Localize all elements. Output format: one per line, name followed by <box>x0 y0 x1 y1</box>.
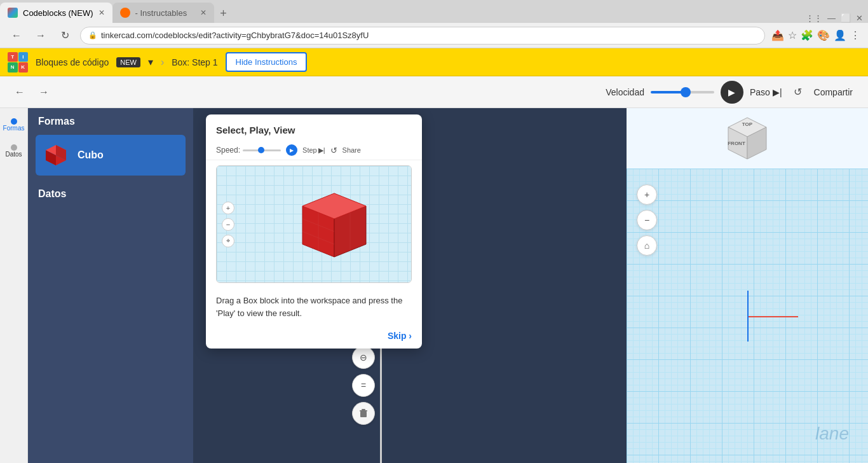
right-panel: TOP FRONT lane + − ⌂ <box>627 108 868 463</box>
mini-slider[interactable] <box>243 149 281 151</box>
extension-icon1[interactable]: 🧩 <box>801 29 813 41</box>
cube-block-icon <box>41 140 71 170</box>
speed-slider[interactable] <box>651 91 714 93</box>
cube-nav-widget: TOP FRONT <box>719 114 776 172</box>
tab-icon-instructables <box>120 8 130 18</box>
zoom-out-button[interactable]: ⊖ <box>352 346 375 369</box>
cast-icon[interactable]: 📤 <box>771 29 784 41</box>
workspace: Select, Play, View Speed: ▶ Step ▶| ↺ Sh… <box>193 108 627 463</box>
datos-dot <box>11 144 17 151</box>
preview-cube-3d <box>283 174 385 276</box>
speed-thumb <box>681 87 691 97</box>
extension-icon2[interactable]: 🎨 <box>817 29 830 41</box>
undo-button[interactable]: ← <box>10 83 29 102</box>
paso-button[interactable]: Paso ▶| <box>750 87 782 97</box>
logo-t: T <box>8 52 18 62</box>
viewport-zoom-in[interactable]: + <box>637 184 657 205</box>
app-header: T I N K Bloques de código NEW ▾ › Box: S… <box>0 48 868 76</box>
close-icon[interactable]: ✕ <box>856 13 863 23</box>
mini-share-button[interactable]: Share <box>342 146 361 154</box>
mini-reset-button[interactable]: ↺ <box>330 146 337 155</box>
address-input[interactable]: 🔒 tinkercad.com/codeblocks/edit?activity… <box>80 27 765 45</box>
paso-label: Paso <box>750 87 770 97</box>
refresh-button[interactable]: ↻ <box>56 27 74 45</box>
svg-text:TOP: TOP <box>742 121 753 127</box>
tooltip-preview: + − ⌖ <box>216 165 412 283</box>
maximize-icon[interactable]: ⬜ <box>841 13 851 23</box>
reset-button[interactable]: ↺ <box>789 83 808 102</box>
mini-play-button[interactable]: ▶ <box>286 144 297 156</box>
tooltip-speed-label: Speed: <box>216 146 240 155</box>
y-axis <box>747 291 749 342</box>
tinkercad-logo[interactable]: T I N K <box>8 52 28 73</box>
preview-controls: + − ⌖ <box>222 202 234 247</box>
preview-zoom-out[interactable]: − <box>222 218 234 231</box>
tooltip-speed: Speed: <box>216 146 281 155</box>
minimize-icon[interactable]: — <box>827 13 836 23</box>
browser-chrome: Codeblocks (NEW) ✕ - Instructables ✕ + ⋮… <box>0 0 868 48</box>
tooltip-panel: Select, Play, View Speed: ▶ Step ▶| ↺ Sh… <box>206 114 422 349</box>
logo-i: I <box>18 52 29 62</box>
tab-bar: Codeblocks (NEW) ✕ - Instructables ✕ + ⋮… <box>0 0 868 23</box>
browser-actions: 📤 ☆ 🧩 🎨 👤 ⋮ <box>771 29 860 41</box>
svg-rect-12 <box>360 411 367 417</box>
breadcrumb-separator: › <box>161 57 164 68</box>
extension-icon3[interactable]: 👤 <box>834 29 846 41</box>
sidebar-item-datos[interactable]: Datos <box>3 141 24 162</box>
bookmark-icon[interactable]: ☆ <box>788 29 797 41</box>
share-button[interactable]: Compartir <box>814 87 853 97</box>
logo-n: N <box>8 62 18 73</box>
viewport-home[interactable]: ⌂ <box>637 235 657 256</box>
logo-k: K <box>18 62 29 73</box>
tooltip-title: Select, Play, View <box>216 125 412 135</box>
block-cubo[interactable]: Cubo <box>36 135 186 176</box>
back-button[interactable]: ← <box>8 27 25 45</box>
tab-close-codeblocks[interactable]: ✕ <box>98 8 105 17</box>
blocks-section-header: Formas <box>28 108 193 135</box>
mini-step-button[interactable]: Step ▶| <box>302 146 325 155</box>
brand-link[interactable]: Bloques de código <box>36 57 109 67</box>
cube-nav-svg[interactable]: TOP FRONT <box>719 114 776 172</box>
grid-canvas: lane <box>627 169 868 463</box>
x-axis <box>747 316 798 317</box>
lock-icon: 🔒 <box>88 31 97 39</box>
speed-label: Velocidad <box>606 87 644 97</box>
tab-close-instructables[interactable]: ✕ <box>200 8 207 17</box>
tab-new-button[interactable]: + <box>214 4 233 23</box>
viewport-controls: + − ⌂ <box>637 184 657 256</box>
redo-button[interactable]: → <box>34 83 53 102</box>
tooltip-description: Drag a Box block into the workspace and … <box>206 288 422 326</box>
datos-section-header: Datos <box>28 181 193 207</box>
preview-zoom-in[interactable]: + <box>222 202 234 214</box>
header-dropdown-icon[interactable]: ▾ <box>148 56 153 68</box>
equal-button[interactable]: = <box>352 374 375 397</box>
tab-instructables[interactable]: - Instructables ✕ <box>112 3 214 23</box>
formas-label: Formas <box>3 125 25 132</box>
play-button[interactable]: ▶ <box>721 81 743 104</box>
address-bar: ← → ↻ 🔒 tinkercad.com/codeblocks/edit?ac… <box>0 23 868 48</box>
forward-button[interactable]: → <box>32 27 50 45</box>
datos-label: Datos <box>5 151 22 158</box>
sidebar-item-formas[interactable]: Formas <box>1 114 27 135</box>
grid-watermark: lane <box>815 424 849 444</box>
blocks-panel: Formas Cubo Datos <box>28 108 193 463</box>
left-sidebar: Formas Datos <box>0 108 28 463</box>
tab-codeblocks[interactable]: Codeblocks (NEW) ✕ <box>0 3 112 23</box>
profile-icon[interactable]: ⋮ <box>850 29 860 41</box>
step-icon: ▶| <box>773 87 782 97</box>
mini-thumb <box>258 147 264 153</box>
tab-menu-icon[interactable]: ⋮⋮ <box>806 13 822 23</box>
skip-button[interactable]: Skip › <box>388 331 412 341</box>
viewport-zoom-out[interactable]: − <box>637 210 657 230</box>
step-label: Box: Step 1 <box>172 57 217 67</box>
svg-rect-14 <box>362 409 365 410</box>
new-badge[interactable]: NEW <box>116 57 140 67</box>
svg-rect-13 <box>360 410 367 411</box>
trash-button[interactable] <box>352 402 375 425</box>
address-text: tinkercad.com/codeblocks/edit?activity=g… <box>101 31 369 40</box>
preview-home[interactable]: ⌖ <box>222 235 234 247</box>
hide-instructions-button[interactable]: Hide Instructions <box>226 52 308 72</box>
svg-text:FRONT: FRONT <box>728 141 745 146</box>
tab-icon-codeblocks <box>8 8 18 18</box>
main-content: Formas Datos Formas Cubo Datos Selec <box>0 108 868 463</box>
